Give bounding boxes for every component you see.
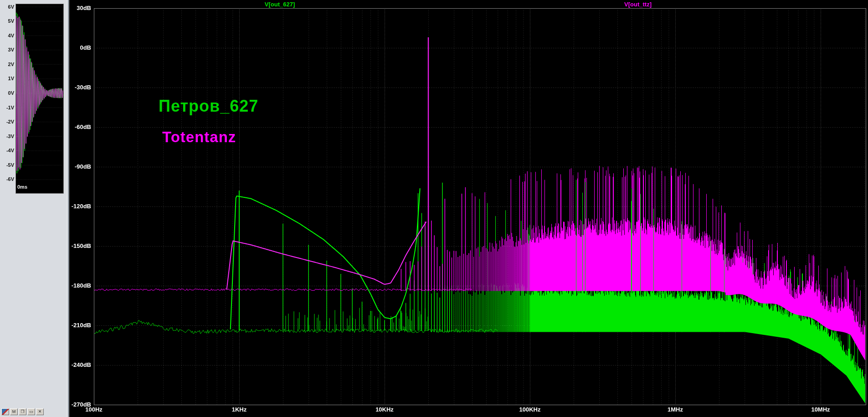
restore-icon[interactable]: ❐ <box>19 408 26 415</box>
inset-y-tick-label: 4V <box>1 33 14 38</box>
x-tick-label: 1MHz <box>668 406 683 413</box>
y-tick-label: -180dB <box>68 282 91 289</box>
inset-y-tick-label: 0V <box>1 90 14 96</box>
inset-y-tick-label: -5V <box>1 162 14 168</box>
y-tick-label: -240dB <box>68 361 91 368</box>
minimized-doc-icon[interactable]: M <box>10 408 18 415</box>
maximize-icon[interactable]: ▭ <box>27 408 35 415</box>
x-tick-label: 1KHz <box>232 406 247 413</box>
plot-canvas[interactable] <box>0 0 868 417</box>
inset-y-tick-label: 5V <box>1 18 14 24</box>
y-tick-label: -30dB <box>68 84 91 91</box>
close-icon[interactable]: ✕ <box>36 408 44 415</box>
y-tick-label: 30dB <box>68 5 91 11</box>
x-tick-label: 100Hz <box>85 406 103 413</box>
inset-y-tick-label: 2V <box>1 62 14 67</box>
y-tick-label: -90dB <box>68 163 91 170</box>
inset-time-label: 0ms <box>17 184 27 190</box>
y-tick-label: -210dB <box>68 322 91 329</box>
inset-y-tick-label: 1V <box>1 76 14 81</box>
trace-label-outttz[interactable]: V[out_ttz] <box>624 1 652 8</box>
inset-y-tick-label: -3V <box>1 134 14 139</box>
inset-y-tick-label: 3V <box>1 47 14 52</box>
minimized-window-icons: M❐▭✕ <box>1 408 44 415</box>
annotation-petrov-627: Петров_627 <box>159 97 258 116</box>
inset-y-tick-label: -1V <box>1 105 14 110</box>
app-logo-icon[interactable] <box>1 408 9 415</box>
y-tick-label: 0dB <box>68 44 91 51</box>
x-tick-label: 10MHz <box>811 406 830 413</box>
y-tick-label: -120dB <box>68 203 91 210</box>
inset-y-tick-label: -4V <box>1 148 14 153</box>
x-tick-label: 100KHz <box>519 406 541 413</box>
trace-label-out627[interactable]: V[out_627] <box>265 1 295 8</box>
x-tick-label: 10KHz <box>375 406 394 413</box>
y-tick-label: -60dB <box>68 124 91 130</box>
y-tick-label: -150dB <box>68 242 91 249</box>
inset-y-tick-label: -6V <box>1 176 14 182</box>
inset-y-tick-label: 6V <box>1 4 14 10</box>
inset-y-tick-label: -2V <box>1 119 14 124</box>
annotation-totentanz: Totentanz <box>162 129 236 146</box>
